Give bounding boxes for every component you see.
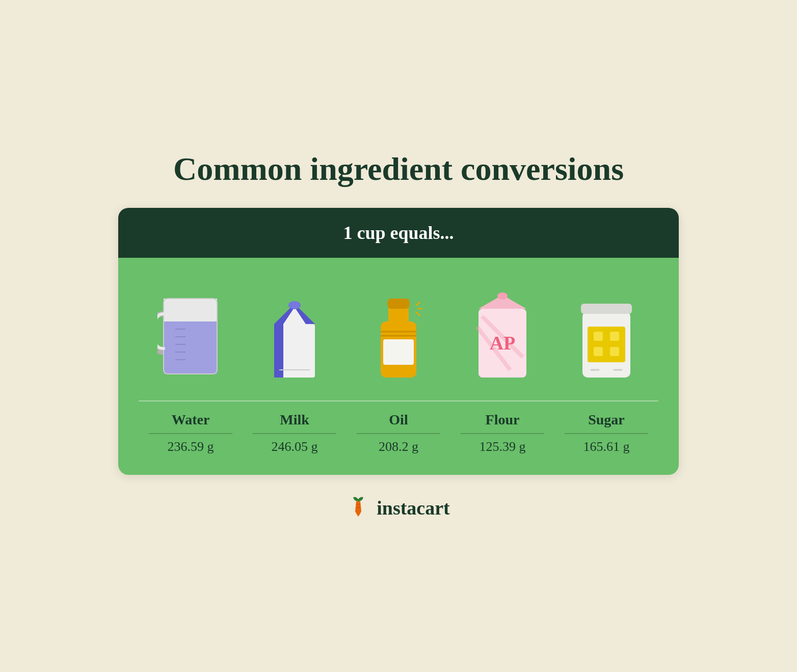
- svg-rect-36: [610, 332, 619, 341]
- flour-divider: [461, 433, 544, 434]
- water-data: Water 236.59 g: [139, 412, 243, 454]
- milk-divider: [253, 433, 336, 434]
- svg-rect-33: [581, 304, 632, 314]
- svg-rect-38: [610, 347, 619, 356]
- oil-name: Oil: [389, 412, 408, 428]
- oil-icon: [373, 278, 424, 380]
- svg-rect-3: [164, 299, 217, 321]
- oil-divider: [357, 433, 440, 434]
- svg-line-20: [416, 302, 420, 305]
- milk-item: [243, 278, 347, 385]
- instacart-logo: instacart: [347, 495, 450, 521]
- conversion-card: 1 cup equals...: [118, 208, 679, 475]
- flour-icon: AP: [474, 278, 530, 380]
- flour-item: AP: [450, 278, 554, 385]
- sugar-name: Sugar: [588, 412, 625, 428]
- sugar-divider: [565, 433, 648, 434]
- page-title: Common ingredient conversions: [173, 151, 624, 187]
- page-wrapper: Common ingredient conversions 1 cup equa…: [118, 151, 679, 520]
- sugar-item: [554, 278, 658, 385]
- flour-data: Flour 125.39 g: [450, 412, 554, 454]
- svg-rect-37: [594, 347, 603, 356]
- svg-rect-19: [383, 339, 414, 365]
- card-body: AP: [118, 258, 679, 475]
- water-name: Water: [172, 412, 210, 428]
- water-icon: [157, 278, 224, 380]
- water-divider: [149, 433, 232, 434]
- water-item: [139, 278, 243, 385]
- instacart-icon: [347, 495, 373, 521]
- sugar-data: Sugar 165.61 g: [554, 412, 658, 454]
- svg-rect-18: [387, 299, 410, 309]
- svg-text:AP: AP: [490, 332, 516, 354]
- instacart-brand-name: instacart: [377, 497, 450, 519]
- milk-icon: [269, 278, 320, 380]
- svg-rect-34: [588, 327, 625, 362]
- oil-weight: 208.2 g: [379, 439, 418, 454]
- water-weight: 236.59 g: [168, 439, 214, 454]
- flour-name: Flour: [486, 412, 520, 428]
- svg-line-22: [416, 312, 420, 315]
- flour-weight: 125.39 g: [480, 439, 526, 454]
- milk-name: Milk: [280, 412, 309, 428]
- milk-weight: 246.05 g: [272, 439, 318, 454]
- svg-rect-1: [164, 321, 217, 374]
- sugar-icon: [578, 278, 634, 380]
- ingredients-icons-row: AP: [139, 278, 658, 401]
- oil-item: [347, 278, 450, 385]
- milk-data: Milk 246.05 g: [243, 412, 347, 454]
- card-header-title: 1 cup equals...: [343, 223, 454, 243]
- svg-rect-35: [594, 332, 603, 341]
- card-header: 1 cup equals...: [118, 208, 679, 258]
- sugar-weight: 165.61 g: [583, 439, 630, 454]
- svg-rect-2: [164, 370, 217, 374]
- svg-point-14: [288, 301, 301, 309]
- oil-data: Oil 208.2 g: [347, 412, 450, 454]
- svg-rect-17: [388, 306, 409, 324]
- svg-point-27: [497, 292, 508, 300]
- data-row: Water 236.59 g Milk 246.05 g Oil 208.2 g…: [139, 401, 658, 454]
